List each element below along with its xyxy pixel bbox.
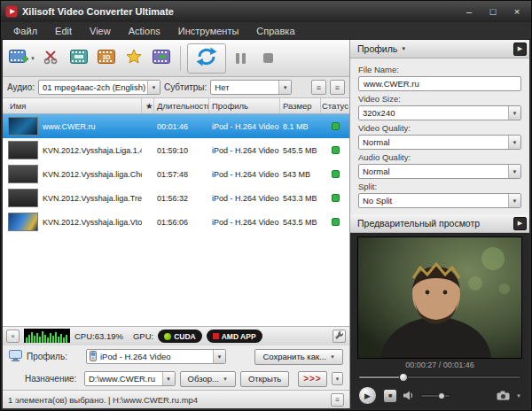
column-header-name[interactable]: Имя — [3, 98, 142, 113]
destination-select[interactable]: D:\www.CWER.ru ▼ — [84, 371, 176, 386]
browse-button[interactable]: Обзор... ▼ — [180, 371, 236, 387]
svg-text:3D: 3D — [102, 53, 110, 59]
profile-dropdown-button[interactable]: ▼ — [213, 350, 225, 363]
volume-knob[interactable] — [438, 392, 445, 399]
split-dropdown-button[interactable]: ▼ — [508, 194, 520, 207]
settings-panel: Профиль ▼ ▶ File Name: www.CWER.ru Video… — [350, 40, 529, 408]
collapse-preview-panel-button[interactable]: ▶ — [513, 217, 527, 230]
collapse-profile-panel-button[interactable]: ▶ — [513, 43, 527, 56]
statusbar: 1 элемента(ов) выбрано. | H:\www.CWER.ru… — [3, 390, 349, 408]
video-size-dropdown-button[interactable]: ▼ — [508, 106, 520, 120]
file-size: 543.5 MB — [280, 218, 321, 227]
add-files-button[interactable]: ▼ — [8, 44, 36, 73]
file-table-header: Имя ★ Длительность Профиль Размер Статус — [3, 98, 349, 114]
minimize-button[interactable]: – — [459, 4, 479, 19]
column-header-size[interactable]: Размер — [280, 98, 321, 113]
menu-tools[interactable]: Инструменты — [169, 24, 248, 38]
stop-button[interactable] — [256, 44, 281, 73]
mute-button[interactable] — [403, 388, 414, 404]
audio-quality-select[interactable]: Normal ▼ — [358, 164, 521, 179]
menu-edit[interactable]: Edit — [46, 24, 81, 38]
column-header-duration[interactable]: Длительность — [154, 98, 209, 113]
volume-slider[interactable] — [420, 394, 450, 398]
camera-icon — [497, 388, 510, 404]
file-size: 545.5 MB — [280, 146, 321, 155]
subtitle-select[interactable]: Нет ▼ — [210, 80, 292, 95]
merge-button[interactable] — [149, 44, 174, 73]
queue-list-button[interactable]: ≡ — [331, 393, 344, 407]
chevron-down-icon: ▼ — [512, 198, 518, 204]
video-quality-dropdown-button[interactable]: ▼ — [508, 136, 520, 149]
subtitle-dropdown-button[interactable]: ▼ — [278, 81, 291, 94]
video-size-select[interactable]: 320x240 ▼ — [358, 105, 521, 120]
quick-convert-button[interactable]: >>> — [298, 371, 327, 387]
preview-stop-button[interactable]: ■ — [383, 389, 397, 403]
profile-select[interactable]: iPod - H.264 Video ▼ — [86, 349, 226, 364]
effects-button[interactable] — [121, 44, 146, 73]
file-name-input[interactable]: www.CWER.ru — [358, 76, 521, 91]
file-profile: iPod - H.264 Video — [209, 218, 280, 227]
table-row[interactable]: www.CWER.ru 00:01:46 iPod - H.264 Video … — [3, 114, 349, 138]
audio-dropdown-button[interactable]: ▼ — [147, 81, 160, 94]
add-file-icon — [9, 48, 28, 69]
file-duration: 00:01:46 — [154, 122, 209, 131]
snapshot-options-button[interactable]: ▼ — [516, 393, 521, 399]
menu-file[interactable]: Файл — [4, 24, 46, 38]
column-header-star[interactable]: ★ — [142, 98, 154, 113]
close-meter-button[interactable]: × — [6, 330, 20, 343]
menu-actions[interactable]: Actions — [120, 24, 169, 38]
open-folder-button[interactable]: Открыть — [240, 371, 289, 387]
pause-button[interactable] — [229, 44, 254, 73]
list-view-button[interactable]: ≡ — [311, 80, 326, 95]
convert-button[interactable] — [187, 43, 226, 74]
destination-dropdown-button[interactable]: ▼ — [162, 372, 175, 385]
menu-view[interactable]: View — [81, 24, 120, 38]
close-button[interactable]: × — [507, 4, 527, 19]
clip-button[interactable] — [39, 44, 64, 73]
split-label: Split: — [358, 182, 521, 191]
video-size-label: Video Size: — [358, 94, 521, 104]
3d-movie-button[interactable]: 3D — [94, 44, 119, 73]
column-header-profile[interactable]: Профиль — [209, 98, 280, 113]
playback-controls: ▶ ■ ▼ — [350, 385, 529, 409]
speaker-icon — [403, 388, 414, 404]
snapshot-button[interactable] — [497, 388, 510, 404]
gpu-label: GPU: — [133, 331, 153, 341]
amd-app-badge[interactable]: AMD APP — [207, 330, 262, 343]
audio-quality-dropdown-button[interactable]: ▼ — [508, 165, 520, 178]
close-icon: × — [11, 332, 15, 340]
profile-label: Профиль: — [27, 352, 82, 361]
more-options-button[interactable]: ▼ — [332, 372, 343, 385]
stop-icon: ■ — [388, 392, 392, 399]
3d-film-icon: 3D — [98, 49, 115, 68]
seek-slider[interactable] — [358, 371, 521, 384]
list-icon: ≡ — [335, 396, 340, 404]
audio-track-select[interactable]: 01 mpeg4aac-2ch (English) ▼ — [38, 80, 160, 95]
split-select[interactable]: No Split ▼ — [358, 193, 521, 208]
split-value: No Split — [359, 196, 508, 206]
cuda-badge[interactable]: CUDA — [158, 330, 202, 343]
table-row[interactable]: KVN.2012.Vysshaja.liga.Chetvertaja... 01… — [3, 162, 349, 186]
stream-selectors: Аудио: 01 mpeg4aac-2ch (English) ▼ Субти… — [3, 77, 349, 98]
preview-panel-header[interactable]: Предварительный просмотр ▶ — [350, 214, 529, 233]
cuda-badge-label: CUDA — [174, 332, 196, 341]
video-quality-select[interactable]: Normal ▼ — [358, 135, 521, 150]
maximize-button[interactable]: □ — [483, 4, 503, 19]
wrench-icon — [334, 330, 344, 342]
seek-knob[interactable] — [399, 373, 408, 382]
table-row[interactable]: KVN.2012.Vysshaja.liga.Vtoraja.igra... 0… — [3, 210, 349, 234]
status-ready-icon — [332, 146, 340, 154]
play-button[interactable]: ▶ — [358, 386, 377, 405]
gpu-settings-button[interactable] — [332, 330, 346, 343]
audio-quality-label: Audio Quality: — [358, 152, 521, 162]
table-row[interactable]: KVN.2012.Vysshaja.Liga.1.4.Finala.I... 0… — [3, 138, 349, 162]
profile-panel-header[interactable]: Профиль ▼ ▶ — [350, 40, 529, 58]
menu-help[interactable]: Справка — [247, 24, 303, 38]
table-row[interactable]: KVN.2012.Vysshaja.liga.Tretija.igra.(...… — [3, 186, 349, 210]
column-header-status[interactable]: Статус — [321, 98, 349, 113]
save-as-button[interactable]: Сохранить как... ▼ — [254, 349, 343, 365]
detail-view-button[interactable]: ≡ — [330, 80, 345, 95]
file-duration: 01:56:32 — [154, 194, 209, 203]
crop-button[interactable] — [66, 44, 91, 73]
file-size: 8.1 MB — [280, 122, 321, 131]
